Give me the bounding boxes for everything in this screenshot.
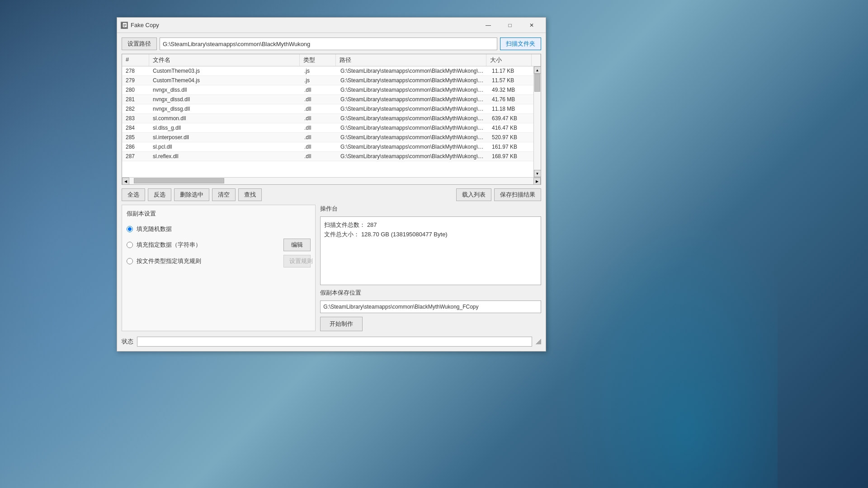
- table-scroll-area: 278CustomTheme03.js.jsG:\SteamLibrary\st…: [122, 66, 541, 177]
- vertical-scrollbar[interactable]: ▲ ▼: [533, 66, 541, 177]
- table-cell-path: G:\SteamLibrary\steamapps\common\BlackMy…: [337, 114, 488, 123]
- scroll-left-button[interactable]: ◀: [122, 178, 129, 185]
- scroll-thumb[interactable]: [534, 74, 540, 92]
- horizontal-scrollbar[interactable]: ◀ ▶: [122, 177, 541, 184]
- table-row[interactable]: 284sl.dlss_g.dll.dllG:\SteamLibrary\stea…: [122, 123, 533, 133]
- resize-handle[interactable]: [536, 339, 541, 344]
- table-row[interactable]: 281nvngx_dlssd.dll.dllG:\SteamLibrary\st…: [122, 95, 533, 104]
- table-cell-path: G:\SteamLibrary\steamapps\common\BlackMy…: [337, 123, 488, 132]
- table-cell-id: 282: [122, 104, 149, 113]
- radio-row-3: 按文件类型指定填充规则 设置规则: [127, 255, 311, 267]
- table-cell-path: G:\SteamLibrary\steamapps\common\BlackMy…: [337, 133, 488, 142]
- table-row[interactable]: 282nvngx_dlssg.dll.dllG:\SteamLibrary\st…: [122, 104, 533, 114]
- table-row[interactable]: 286sl.pcl.dll.dllG:\SteamLibrary\steamap…: [122, 142, 533, 152]
- table-cell-size: 520.97 KB: [488, 133, 533, 142]
- table-cell-id: 285: [122, 133, 149, 142]
- clear-button[interactable]: 清空: [212, 188, 236, 201]
- h-scroll-track[interactable]: [129, 178, 533, 184]
- table-cell-type: .dll: [301, 95, 337, 104]
- col-header-path: 路径: [336, 54, 486, 66]
- table-cell-name: sl.interposer.dll: [149, 133, 301, 142]
- table-row[interactable]: 285sl.interposer.dll.dllG:\SteamLibrary\…: [122, 133, 533, 142]
- table-cell-name: sl.pcl.dll: [149, 142, 301, 151]
- scroll-up-button[interactable]: ▲: [534, 66, 541, 74]
- table-header: # 文件名 类型 路径 大小: [122, 54, 541, 66]
- action-row: 全选 反选 删除选中 清空 查找 载入列表 保存扫描结果: [122, 188, 541, 201]
- table-cell-name: sl.reflex.dll: [149, 152, 301, 161]
- table-cell-size: 11.18 MB: [488, 104, 533, 113]
- table-row[interactable]: 283sl.common.dll.dllG:\SteamLibrary\stea…: [122, 114, 533, 123]
- radio-rule-label: 按文件类型指定填充规则: [137, 257, 201, 265]
- scroll-track[interactable]: [534, 74, 541, 170]
- status-input[interactable]: [137, 337, 532, 347]
- table-cell-size: 168.97 KB: [488, 152, 533, 161]
- console-title: 操作台: [320, 205, 541, 213]
- radio-string[interactable]: [127, 242, 133, 248]
- table-cell-size: 161.97 KB: [488, 142, 533, 151]
- table-body[interactable]: 278CustomTheme03.js.jsG:\SteamLibrary\st…: [122, 66, 533, 177]
- table-cell-type: .dll: [301, 142, 337, 151]
- save-path-label: 假副本保存位置: [320, 289, 541, 297]
- table-cell-path: G:\SteamLibrary\steamapps\common\BlackMy…: [337, 152, 488, 161]
- table-cell-id: 287: [122, 152, 149, 161]
- table-cell-type: .dll: [301, 104, 337, 113]
- save-path-input[interactable]: [320, 300, 541, 313]
- table-cell-name: CustomTheme04.js: [149, 76, 301, 85]
- table-cell-type: .dll: [301, 152, 337, 161]
- table-row[interactable]: 287sl.reflex.dll.dllG:\SteamLibrary\stea…: [122, 152, 533, 161]
- table-cell-type: .js: [301, 76, 337, 85]
- table-cell-id: 286: [122, 142, 149, 151]
- invert-select-button[interactable]: 反选: [148, 188, 171, 201]
- find-button[interactable]: 查找: [238, 188, 262, 201]
- table-row[interactable]: 279CustomTheme04.js.jsG:\SteamLibrary\st…: [122, 76, 533, 85]
- fake-settings-panel: 假副本设置 填充随机数据 填充指定数据（字符串） 编辑 按文件类型指定填充规则: [122, 205, 316, 331]
- console-output: 扫描文件总数： 287 文件总大小： 128.70 GB (1381950804…: [320, 216, 541, 285]
- path-input[interactable]: [160, 38, 497, 50]
- scroll-down-button[interactable]: ▼: [534, 170, 541, 177]
- h-scroll-thumb[interactable]: [134, 178, 224, 183]
- table-cell-path: G:\SteamLibrary\steamapps\common\BlackMy…: [337, 85, 488, 94]
- set-path-button[interactable]: 设置路径: [122, 38, 157, 50]
- radio-item-2: 填充指定数据（字符串）: [127, 239, 280, 251]
- path-row: 设置路径 扫描文件夹: [122, 38, 541, 50]
- table-cell-name: sl.common.dll: [149, 114, 301, 123]
- table-cell-size: 11.17 KB: [488, 66, 533, 75]
- load-list-button[interactable]: 载入列表: [456, 188, 491, 201]
- table-cell-size: 49.32 MB: [488, 85, 533, 94]
- table-cell-path: G:\SteamLibrary\steamapps\common\BlackMy…: [337, 104, 488, 113]
- radio-random-label: 填充随机数据: [137, 225, 172, 233]
- table-cell-type: .dll: [301, 123, 337, 132]
- table-cell-id: 278: [122, 66, 149, 75]
- col-header-type: 类型: [300, 54, 336, 66]
- window-controls: — □ ✕: [478, 19, 542, 32]
- minimize-button[interactable]: —: [478, 19, 499, 32]
- maximize-button[interactable]: □: [500, 19, 520, 32]
- radio-rule[interactable]: [127, 258, 133, 264]
- col-header-name: 文件名: [149, 54, 300, 66]
- table-cell-id: 281: [122, 95, 149, 104]
- table-row[interactable]: 278CustomTheme03.js.jsG:\SteamLibrary\st…: [122, 66, 533, 76]
- save-scan-button[interactable]: 保存扫描结果: [494, 188, 541, 201]
- console-line-2: 文件总大小： 128.70 GB (138195080477 Byte): [324, 230, 537, 239]
- table-cell-path: G:\SteamLibrary\steamapps\common\BlackMy…: [337, 142, 488, 151]
- table-cell-type: .dll: [301, 85, 337, 94]
- table-row[interactable]: 280nvngx_dlss.dll.dllG:\SteamLibrary\ste…: [122, 85, 533, 95]
- table-cell-path: G:\SteamLibrary\steamapps\common\BlackMy…: [337, 95, 488, 104]
- delete-selected-button[interactable]: 删除选中: [174, 188, 209, 201]
- radio-item-3: 按文件类型指定填充规则: [127, 255, 280, 267]
- close-button[interactable]: ✕: [521, 19, 542, 32]
- main-window: Fake Copy — □ ✕ 设置路径 扫描文件夹 # 文件名 类型 路径 大…: [117, 17, 546, 352]
- radio-random[interactable]: [127, 226, 133, 232]
- start-button[interactable]: 开始制作: [320, 317, 363, 331]
- col-header-scroll: [532, 54, 541, 66]
- scroll-right-button[interactable]: ▶: [533, 178, 541, 185]
- scan-folder-button[interactable]: 扫描文件夹: [500, 38, 541, 50]
- edit-button[interactable]: 编辑: [283, 239, 311, 251]
- set-rule-button[interactable]: 设置规则: [283, 255, 311, 267]
- col-header-size: 大小: [486, 54, 532, 66]
- table-cell-size: 41.76 MB: [488, 95, 533, 104]
- status-label: 状态: [122, 338, 133, 346]
- select-all-button[interactable]: 全选: [122, 188, 145, 201]
- table-cell-size: 416.47 KB: [488, 123, 533, 132]
- status-bar: 状态: [122, 335, 541, 347]
